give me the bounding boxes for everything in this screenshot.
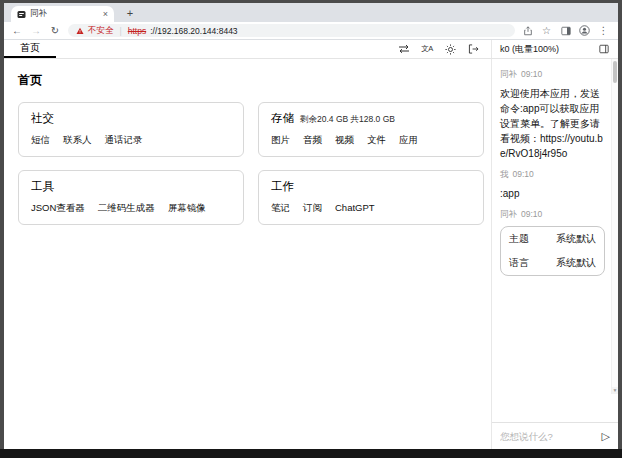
card-storage-title: 存储 <box>271 111 294 126</box>
card-social: 社交 短信 联系人 通话记录 <box>18 102 244 157</box>
profile-avatar-icon[interactable] <box>579 25 590 36</box>
card-work: 工作 笔记 订阅 ChatGPT <box>258 170 484 225</box>
chat-message-input[interactable] <box>500 431 596 442</box>
window-bottom-edge <box>0 449 622 458</box>
warning-triangle-icon <box>76 27 84 35</box>
message-sender: 同补 09:10 <box>500 209 605 221</box>
browser-menu-icon[interactable]: ⋮ <box>598 25 609 36</box>
app-toolbar: 首页 文A k0 (电量100%) <box>4 40 618 59</box>
send-icon[interactable]: ▷ <box>602 431 610 442</box>
link-audio[interactable]: 音频 <box>303 134 322 147</box>
tab-close-icon[interactable]: × <box>103 10 108 19</box>
message-time: 09:10 <box>521 209 542 221</box>
welcome-message: 欢迎使用本应用，发送命令:app可以获取应用设置菜单。了解更多请看视频：http… <box>500 86 605 161</box>
translate-icon[interactable]: 文A <box>421 43 433 55</box>
tab-title: 同补 <box>30 8 99 20</box>
side-panel-icon[interactable] <box>560 25 571 36</box>
sidebar-toggle-icon[interactable] <box>598 43 610 55</box>
link-images[interactable]: 图片 <box>271 134 290 147</box>
chat-scrollbar[interactable]: ▼ <box>611 59 618 394</box>
app-body: 首页 社交 短信 联系人 通话记录 存储 <box>4 59 618 449</box>
sidebar-header: k0 (电量100%) <box>491 40 618 58</box>
browser-tab[interactable]: 同补 × <box>11 6 114 22</box>
transfer-icon[interactable] <box>398 43 410 55</box>
setting-label: 主题 <box>509 232 529 246</box>
url-text: ://192.168.20.144:8443 <box>150 26 237 36</box>
reload-icon[interactable]: ↻ <box>49 26 61 36</box>
sender-name: 同补 <box>500 69 517 81</box>
message-sender: 我 09:10 <box>500 169 605 181</box>
link-chatgpt[interactable]: ChatGPT <box>335 202 375 215</box>
browser-addressbar: ← → ↻ 不安全 | https://192.168.20.144:8443 … <box>4 22 618 40</box>
sender-name: 我 <box>500 169 509 181</box>
app-settings-card: 主题 系统默认 语言 系统默认 <box>500 226 605 276</box>
card-work-title: 工作 <box>271 179 294 194</box>
setting-value: 系统默认 <box>556 256 596 270</box>
page-title: 首页 <box>18 72 484 89</box>
address-input[interactable]: 不安全 | https://192.168.20.144:8443 <box>68 24 515 37</box>
logout-icon[interactable] <box>467 43 479 55</box>
link-apps[interactable]: 应用 <box>399 134 418 147</box>
browser-window: 同补 × + ← → ↻ 不安全 | https://192.168.20.14… <box>4 3 618 449</box>
share-icon[interactable] <box>522 25 533 36</box>
chrome-action-icons: ☆ ⋮ <box>522 25 611 36</box>
setting-row-theme[interactable]: 主题 系统默认 <box>501 227 604 251</box>
chat-sidebar: 同补 09:10 欢迎使用本应用，发送命令:app可以获取应用设置菜单。了解更多… <box>491 59 618 449</box>
device-status-label: k0 (电量100%) <box>500 43 559 56</box>
card-grid: 社交 短信 联系人 通话记录 存储 剩余20.4 GB 共128.0 GB <box>18 102 484 225</box>
card-tools-title: 工具 <box>31 179 54 194</box>
url-protocol: https <box>128 26 146 36</box>
main-content: 首页 社交 短信 联系人 通话记录 存储 <box>4 59 491 449</box>
link-sms[interactable]: 短信 <box>31 134 50 147</box>
setting-label: 语言 <box>509 256 529 270</box>
message-time: 09:10 <box>513 169 534 181</box>
user-command-message: :app <box>500 186 605 201</box>
toolbar-icons: 文A <box>398 40 491 58</box>
chat-message-list: 同补 09:10 欢迎使用本应用，发送命令:app可以获取应用设置菜单。了解更多… <box>492 59 618 422</box>
link-video[interactable]: 视频 <box>335 134 354 147</box>
window-frame: 同补 × + ← → ↻ 不安全 | https://192.168.20.14… <box>0 0 622 458</box>
card-tools: 工具 JSON查看器 二维码生成器 屏幕镜像 <box>18 170 244 225</box>
app-toolbar-main: 首页 文A <box>4 40 491 58</box>
card-social-title: 社交 <box>31 111 54 126</box>
security-warning-label: 不安全 <box>88 25 114 37</box>
theme-sun-icon[interactable] <box>444 43 456 55</box>
link-call-log[interactable]: 通话记录 <box>105 134 143 147</box>
link-files[interactable]: 文件 <box>367 134 386 147</box>
sender-name: 同补 <box>500 209 517 221</box>
link-subscriptions[interactable]: 订阅 <box>303 202 322 215</box>
setting-row-language[interactable]: 语言 系统默认 <box>501 251 604 275</box>
new-tab-button[interactable]: + <box>122 6 138 20</box>
bookmark-star-icon[interactable]: ☆ <box>541 25 552 36</box>
link-qrcode-generator[interactable]: 二维码生成器 <box>98 202 155 215</box>
link-contacts[interactable]: 联系人 <box>63 134 92 147</box>
tab-home[interactable]: 首页 <box>4 40 56 58</box>
link-json-viewer[interactable]: JSON查看器 <box>31 202 85 215</box>
forward-icon[interactable]: → <box>30 26 42 36</box>
scrollbar-down-arrow-icon[interactable]: ▼ <box>612 387 618 394</box>
message-time: 09:10 <box>521 69 542 81</box>
scrollbar-thumb[interactable] <box>613 61 617 83</box>
omnibox-separator: | <box>120 26 122 36</box>
back-icon[interactable]: ← <box>11 26 23 36</box>
storage-capacity-label: 剩余20.4 GB 共128.0 GB <box>300 114 395 126</box>
setting-value: 系统默认 <box>556 232 596 246</box>
browser-tabstrip: 同补 × + <box>4 3 618 22</box>
link-notes[interactable]: 笔记 <box>271 202 290 215</box>
site-favicon-icon <box>17 10 26 19</box>
card-storage: 存储 剩余20.4 GB 共128.0 GB 图片 音频 视频 文件 应用 <box>258 102 484 157</box>
link-screen-mirror[interactable]: 屏幕镜像 <box>168 202 206 215</box>
message-sender: 同补 09:10 <box>500 69 605 81</box>
chat-input-bar: ▷ <box>492 422 618 449</box>
